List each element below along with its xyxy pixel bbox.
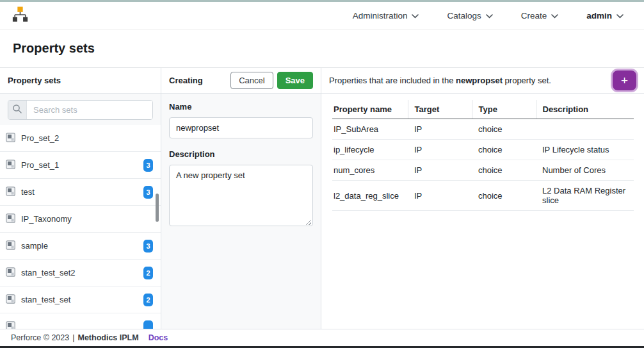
- included-text-suffix: property set.: [503, 76, 551, 85]
- nav-catalogs-label: Catalogs: [447, 11, 481, 21]
- nav-user-menu[interactable]: admin: [586, 11, 624, 21]
- cell-property-name: num_cores: [332, 160, 408, 181]
- nav-administration[interactable]: Administration: [353, 11, 419, 21]
- save-button[interactable]: Save: [277, 72, 313, 90]
- search-icon: [12, 104, 22, 116]
- list-item-label: Pro_set_2: [21, 133, 153, 143]
- cell-description: IP Lifecycle status: [536, 140, 634, 160]
- property-set-icon: [6, 267, 15, 279]
- app-logo[interactable]: [12, 6, 29, 25]
- list-item-ip-taxonomy[interactable]: IP_Taxonomy: [0, 206, 161, 233]
- search-sets-control: [8, 100, 153, 120]
- table-row[interactable]: ip_lifecycle IP choice IP Lifecycle stat…: [332, 140, 634, 160]
- main-content: Property sets Pro_set_2 Pro_set_1 3: [0, 67, 644, 329]
- cell-target: IP: [408, 160, 472, 181]
- property-set-icon: [6, 321, 15, 329]
- property-set-icon: [6, 186, 15, 198]
- cancel-button[interactable]: Cancel: [230, 72, 273, 90]
- chevron-down-icon: [551, 11, 558, 21]
- nav-catalogs[interactable]: Catalogs: [447, 11, 492, 21]
- list-item-label: stan_test_set2: [21, 268, 138, 278]
- count-badge: 3: [143, 186, 153, 199]
- description-label: Description: [169, 149, 313, 159]
- property-set-icon: [6, 294, 15, 306]
- table-row[interactable]: IP_SubArea IP choice: [332, 119, 634, 140]
- cell-type: choice: [472, 181, 536, 211]
- chevron-down-icon: [486, 11, 493, 21]
- list-item-label: stan_test_set: [21, 295, 138, 304]
- editor-actions: Cancel Save: [230, 72, 313, 90]
- plus-icon: +: [621, 74, 628, 87]
- creating-panel: Creating Cancel Save Name Description A …: [161, 68, 321, 329]
- list-item-stan-test-set2[interactable]: stan_test_set2 2: [0, 260, 161, 286]
- top-nav: Administration Catalogs Create admin: [353, 11, 624, 21]
- col-header-type: Type: [472, 100, 536, 119]
- footer: Perforce © 2023 | Methodics IPLM Docs: [0, 329, 644, 346]
- chevron-down-icon: [616, 11, 624, 21]
- creating-title: Creating: [169, 76, 203, 85]
- properties-table: Property name Target Type Description IP…: [332, 100, 634, 211]
- cell-target: IP: [408, 140, 472, 160]
- app-bar: Administration Catalogs Create admin: [0, 2, 644, 29]
- list-item-label: test: [21, 187, 138, 197]
- property-set-icon: [6, 160, 15, 171]
- col-header-property-name: Property name: [332, 100, 408, 119]
- property-set-icon: [6, 213, 15, 225]
- footer-separator: |: [72, 333, 74, 342]
- nav-create[interactable]: Create: [521, 11, 559, 21]
- count-badge: 3: [143, 240, 153, 253]
- list-item-partial[interactable]: [0, 313, 161, 329]
- included-text-prefix: Properties that are included in the: [329, 76, 456, 85]
- count-badge: [143, 320, 153, 329]
- cell-description: [536, 119, 634, 140]
- properties-table-header-row: Property name Target Type Description: [332, 100, 634, 119]
- cell-property-name: ip_lifecycle: [332, 140, 408, 160]
- table-row[interactable]: num_cores IP choice Number of Cores: [332, 160, 634, 181]
- list-item-stan-test-set[interactable]: stan_test_set 2: [0, 286, 161, 313]
- included-properties-text: Properties that are included in the newp…: [329, 76, 551, 85]
- footer-copyright: Perforce © 2023: [11, 333, 69, 342]
- nav-create-label: Create: [521, 11, 547, 21]
- cell-description: L2 Data RAM Register slice: [536, 181, 634, 211]
- list-item-pro-set-2[interactable]: Pro_set_2: [0, 125, 161, 152]
- count-badge: 2: [143, 294, 153, 306]
- footer-brand: Methodics IPLM: [77, 333, 138, 342]
- cell-type: choice: [472, 119, 536, 140]
- cell-property-name: l2_data_reg_slice: [332, 181, 408, 211]
- cell-type: choice: [472, 140, 536, 160]
- search-button[interactable]: [8, 101, 27, 119]
- description-field-wrap: A new property set: [169, 165, 313, 228]
- list-item-sample[interactable]: sample 3: [0, 233, 161, 260]
- cell-description: Number of Cores: [536, 160, 634, 181]
- property-set-icon: [6, 133, 15, 144]
- nav-administration-label: Administration: [353, 11, 408, 21]
- list-item-pro-set-1[interactable]: Pro_set_1 3: [0, 152, 161, 179]
- list-item-label: sample: [21, 241, 138, 251]
- docs-link[interactable]: Docs: [149, 333, 168, 342]
- name-field[interactable]: [169, 117, 313, 138]
- title-bar: Property sets: [0, 29, 644, 67]
- cell-target: IP: [408, 119, 472, 140]
- property-sets-panel: Property sets Pro_set_2 Pro_set_1 3: [0, 68, 161, 329]
- table-row[interactable]: l2_data_reg_slice IP choice L2 Data RAM …: [332, 181, 634, 211]
- count-badge: 2: [143, 267, 153, 279]
- cell-property-name: IP_SubArea: [332, 119, 408, 140]
- property-set-icon: [6, 240, 15, 252]
- creating-panel-header: Creating Cancel Save: [161, 68, 321, 94]
- add-property-button[interactable]: +: [613, 70, 636, 90]
- col-header-target: Target: [408, 100, 472, 119]
- included-properties-panel: Properties that are included in the newp…: [321, 68, 644, 329]
- nav-user-label: admin: [586, 11, 612, 21]
- cell-type: choice: [472, 160, 536, 181]
- description-field[interactable]: A new property set: [169, 165, 313, 226]
- col-header-description: Description: [536, 100, 634, 119]
- cell-target: IP: [408, 181, 472, 211]
- included-set-name: newpropset: [456, 76, 503, 85]
- included-properties-header: Properties that are included in the newp…: [321, 68, 644, 94]
- search-input[interactable]: [27, 101, 152, 119]
- chevron-down-icon: [412, 11, 419, 21]
- page-title: Property sets: [13, 41, 95, 56]
- scrollbar-thumb[interactable]: [156, 194, 159, 222]
- list-item-test[interactable]: test 3: [0, 179, 161, 206]
- list-item-label: Pro_set_1: [21, 160, 138, 170]
